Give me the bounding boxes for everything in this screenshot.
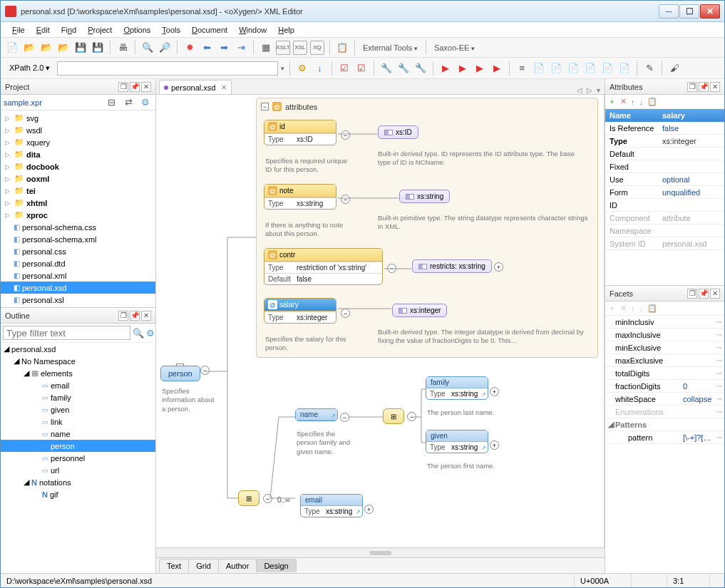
run3-icon[interactable]: ▶: [473, 61, 487, 76]
open3-icon[interactable]: 📂: [56, 41, 71, 55]
panel-restore-icon[interactable]: ❐: [118, 82, 128, 92]
menu-help[interactable]: Help: [272, 24, 300, 36]
menu-options[interactable]: Options: [118, 24, 156, 36]
attributes-table[interactable]: NamesalaryIs ReferencefalseTypexs:intege…: [605, 109, 724, 285]
panel-close-icon[interactable]: ✕: [141, 311, 151, 321]
outline-element[interactable]: ▭ given: [1, 403, 155, 416]
project-folder[interactable]: ▷📁tei: [1, 185, 155, 197]
panel-pin-icon[interactable]: 📌: [699, 82, 709, 92]
doc7-icon[interactable]: 📄: [617, 61, 632, 76]
back-icon[interactable]: ⬅: [200, 41, 214, 55]
project-file[interactable]: ◧personal.dtd: [1, 257, 155, 269]
facet-group[interactable]: ◢Patterns: [605, 418, 724, 431]
debug-icon[interactable]: ▶: [456, 61, 470, 76]
tab-text[interactable]: Text: [159, 559, 189, 572]
panel-restore-icon[interactable]: ❐: [118, 311, 128, 321]
panel-close-icon[interactable]: ✕: [141, 82, 151, 92]
xpath-version-dropdown[interactable]: XPath 2.0 ▾: [5, 63, 54, 73]
project-folder[interactable]: ▷📁docbook: [1, 160, 155, 172]
outline-notation[interactable]: N gif: [1, 488, 155, 500]
doc2-icon[interactable]: 📄: [532, 61, 546, 76]
grid-icon[interactable]: ▦: [259, 41, 273, 55]
attribute-row[interactable]: Useoptional: [605, 173, 724, 186]
attr-contr-box[interactable]: @contr Typerestriction of 'xs:string' De…: [264, 248, 383, 285]
email-element-box[interactable]: email Typexs:string↗: [300, 494, 363, 517]
attribute-row[interactable]: System IDpersonal.xsd: [605, 237, 724, 250]
outline-group[interactable]: ◢N notations: [1, 476, 155, 488]
panel-pin-icon[interactable]: 📌: [130, 311, 140, 321]
menu-edit[interactable]: Edit: [31, 24, 56, 36]
sequence-icon[interactable]: ⊞: [383, 408, 404, 424]
menu-document[interactable]: Document: [186, 24, 233, 36]
facet-row[interactable]: maxInclusive⊸: [605, 329, 724, 341]
outline-element[interactable]: ▭ family: [1, 391, 155, 403]
menu-file[interactable]: File: [6, 24, 31, 36]
settings-icon[interactable]: ⚙: [138, 96, 153, 110]
tab-prev-icon[interactable]: ◁: [577, 86, 582, 94]
project-folder[interactable]: ▷📁dita: [1, 148, 155, 160]
menu-window[interactable]: Window: [233, 24, 272, 36]
collapse-icon[interactable]: ⊟: [104, 96, 118, 110]
mark-icon[interactable]: ✸: [182, 41, 197, 55]
wrench3-icon[interactable]: 🔧: [413, 61, 428, 76]
wrench2-icon[interactable]: 🔧: [396, 61, 411, 76]
add-icon[interactable]: ＋: [608, 96, 616, 107]
project-folder[interactable]: ▷📁xproc: [1, 209, 155, 221]
person-element-box[interactable]: person: [160, 366, 200, 381]
panel-close-icon[interactable]: ✕: [710, 82, 720, 92]
search-icon[interactable]: 🔍: [140, 41, 155, 55]
xslt-icon[interactable]: XSLT: [276, 41, 290, 55]
given-element-box[interactable]: given Typexs:string↗: [426, 430, 488, 453]
saveall-icon[interactable]: 💾: [91, 41, 105, 55]
name-element-box[interactable]: name ↗: [295, 408, 338, 421]
project-file[interactable]: ◧personal-schema.xml: [1, 233, 155, 245]
expand-icon[interactable]: −: [341, 130, 350, 140]
expand-icon[interactable]: +: [490, 440, 499, 450]
expand-icon[interactable]: −: [407, 412, 416, 421]
facet-row[interactable]: whiteSpacecollapse⊸: [605, 393, 724, 406]
attribute-row[interactable]: Fixed: [605, 160, 724, 173]
type-contr-box[interactable]: restricts: xs:string: [412, 259, 492, 273]
outline-group[interactable]: ◢▦ elements: [1, 367, 155, 379]
down-icon[interactable]: ↓: [639, 98, 644, 106]
last-icon[interactable]: ⇥: [234, 41, 248, 55]
horizontal-scrollbar[interactable]: [156, 547, 605, 557]
attribute-row[interactable]: Componentattribute: [605, 212, 724, 225]
project-folder[interactable]: ▷📁xhtml: [1, 197, 155, 209]
down-icon[interactable]: ↓: [312, 61, 326, 76]
tab-grid[interactable]: Grid: [188, 559, 219, 572]
copy-icon[interactable]: 📋: [647, 304, 657, 313]
schema-diagram-editor[interactable]: − @ attributes @id Typexs:ID Specifies a…: [156, 95, 605, 547]
outline-element[interactable]: ▭ link: [1, 416, 155, 428]
engine-dropdown[interactable]: Saxon-EE: [431, 43, 478, 52]
project-file[interactable]: ◧personal.xml: [1, 269, 155, 282]
doc4-icon[interactable]: 📄: [566, 61, 580, 76]
project-file[interactable]: ◧personal.css: [1, 245, 155, 257]
collapse-icon[interactable]: −: [261, 103, 269, 110]
run4-icon[interactable]: ▶: [490, 61, 504, 76]
outline-element[interactable]: ▭ personnel: [1, 452, 155, 464]
remove-icon[interactable]: ✕: [620, 97, 627, 106]
xslt2-icon[interactable]: XSL: [293, 41, 307, 55]
editor-tab[interactable]: personal.xsd ✕: [159, 80, 232, 94]
validate2-icon[interactable]: ☑: [354, 61, 369, 76]
doc-icon[interactable]: 📋: [335, 41, 349, 55]
type-salary-box[interactable]: xs:integer: [392, 304, 447, 317]
search-icon[interactable]: 🔍: [133, 326, 144, 340]
link-icon[interactable]: ⇄: [121, 96, 135, 110]
doc6-icon[interactable]: 📄: [600, 61, 615, 76]
minimize-button[interactable]: ─: [659, 4, 679, 19]
facet-row[interactable]: totalDigits⊸: [605, 367, 724, 380]
panel-close-icon[interactable]: ✕: [710, 289, 720, 299]
validate-icon[interactable]: ☑: [337, 61, 351, 76]
xpath-input[interactable]: [57, 61, 278, 76]
indent-icon[interactable]: ≡: [515, 61, 529, 76]
panel-pin-icon[interactable]: 📌: [130, 82, 140, 92]
project-tree[interactable]: ▷📁svg▷📁wsdl▷📁xquery▷📁dita▷📁docbook▷📁ooxm…: [1, 110, 155, 307]
find-icon[interactable]: 🔎: [158, 41, 172, 55]
open2-icon[interactable]: 📂: [39, 41, 53, 55]
new-icon[interactable]: 📄: [5, 41, 19, 55]
external-tools-dropdown[interactable]: External Tools: [360, 43, 421, 52]
attribute-row[interactable]: Typexs:integer: [605, 135, 724, 148]
outline-namespace[interactable]: ◢No Namespace: [1, 355, 155, 367]
